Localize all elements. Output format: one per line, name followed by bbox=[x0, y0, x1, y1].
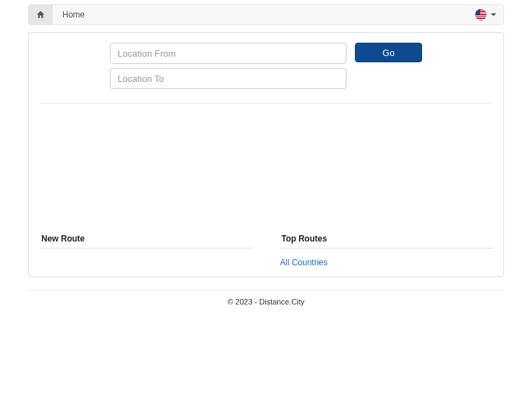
search-form: Go bbox=[40, 43, 492, 89]
go-button[interactable]: Go bbox=[355, 43, 422, 62]
nav-home-link[interactable]: Home bbox=[52, 10, 94, 20]
navbar: Home bbox=[28, 4, 504, 25]
top-routes-section: Top Routes All Countries bbox=[280, 230, 492, 268]
content-spacer bbox=[40, 104, 492, 230]
language-selector[interactable] bbox=[475, 9, 503, 20]
new-route-section: New Route bbox=[40, 230, 252, 268]
home-icon bbox=[36, 10, 46, 20]
main-card: Go New Route Top Routes All Countries bbox=[28, 32, 504, 277]
nav-left: Home bbox=[29, 5, 94, 24]
us-flag-icon bbox=[475, 9, 486, 20]
location-to-input[interactable] bbox=[110, 68, 346, 89]
bottom-sections: New Route Top Routes All Countries bbox=[40, 230, 492, 268]
top-routes-heading: Top Routes bbox=[280, 230, 492, 248]
chevron-down-icon bbox=[491, 13, 496, 16]
location-from-input[interactable] bbox=[110, 43, 346, 64]
footer-text: © 2023 - Distance.City bbox=[0, 290, 532, 313]
home-icon-link[interactable] bbox=[29, 5, 52, 24]
all-countries-link[interactable]: All Countries bbox=[280, 258, 328, 267]
new-route-heading: New Route bbox=[40, 230, 252, 248]
